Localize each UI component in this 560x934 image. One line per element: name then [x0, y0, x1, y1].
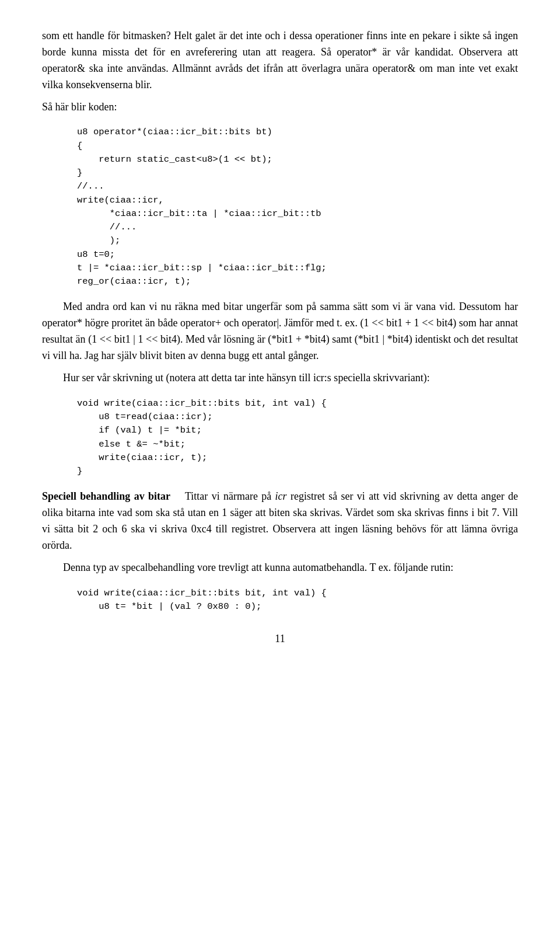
- code-block-2: void write(ciaa::icr_bit::bits bit, int …: [77, 397, 518, 479]
- code-block-1: u8 operator*(ciaa::icr_bit::bits bt) { r…: [77, 126, 518, 288]
- so-har-label-text: Så här blir koden:: [42, 101, 117, 113]
- page-number: 11: [42, 631, 518, 647]
- so-har-koden-label: Så här blir koden:: [42, 99, 518, 116]
- paragraph-4: Speciell behandling av bitar Tittar vi n…: [42, 489, 518, 554]
- p4-space: [174, 490, 181, 502]
- page-content: som ett handle för bitmasken? Helt galet…: [42, 28, 518, 614]
- section-heading: Speciell behandling av bitar: [42, 490, 170, 502]
- paragraph-2: Med andra ord kan vi nu räkna med bitar …: [42, 299, 518, 364]
- icr-italic: icr: [275, 490, 287, 502]
- code-block-3: void write(ciaa::icr_bit::bits bit, int …: [77, 587, 518, 614]
- p4-after-heading: Tittar vi närmare på: [185, 490, 271, 502]
- paragraph-3: Hur ser vår skrivning ut (notera att det…: [42, 370, 518, 386]
- paragraph-1: som ett handle för bitmasken? Helt galet…: [42, 28, 518, 93]
- paragraph-5: Denna typ av specalbehandling vore trevl…: [42, 560, 518, 576]
